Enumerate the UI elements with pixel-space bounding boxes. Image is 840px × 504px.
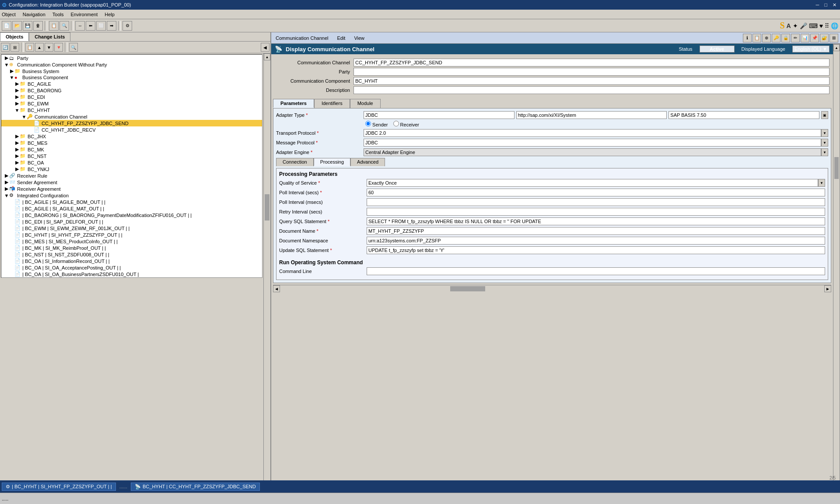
- right-tool-1[interactable]: ℹ: [743, 34, 752, 42]
- tree-ic11[interactable]: 📄 | BC_OA | SI_OA_AcceptancePosting_OUT …: [1, 264, 262, 271]
- expand-bc-mes[interactable]: ▶: [14, 140, 20, 146]
- menu-environment[interactable]: Environment: [70, 12, 98, 17]
- tree-bc-oa[interactable]: ▶ 📁 BC_OA: [1, 159, 262, 166]
- expand-bc-ewm[interactable]: ▶: [14, 101, 20, 106]
- expand-biz-system[interactable]: ▶: [9, 68, 14, 74]
- tab-module[interactable]: Module: [350, 99, 381, 108]
- tab-identifiers[interactable]: Identifiers: [314, 99, 350, 108]
- tree-ic5[interactable]: 📄 | BC_EWM | SI_EWM_ZEWM_RF_001JK_OUT | …: [1, 225, 262, 231]
- tree-ic6[interactable]: 📄 | BC_HYHT | SI_HYHT_FP_ZZSZYFP_OUT | |: [1, 231, 262, 238]
- transport-protocol-input[interactable]: [364, 129, 821, 137]
- right-tool-3[interactable]: ⊕: [762, 34, 771, 42]
- tree-biz-component[interactable]: ▼ ● Business Component: [1, 74, 262, 80]
- expand-party[interactable]: ▶: [4, 55, 9, 61]
- poll-msecs-input[interactable]: [367, 198, 825, 206]
- tab-change-lists[interactable]: Change Lists: [29, 32, 70, 41]
- tree-ic3[interactable]: 📄 | BC_BAORONG | SI_BAORONG_PaymentDateM…: [1, 212, 262, 218]
- transport-protocol-scroll[interactable]: ▼: [821, 129, 828, 137]
- right-tool-6[interactable]: ✏: [791, 34, 800, 42]
- tree-cc-recv[interactable]: 📄 CC_HYHT_JDBC_RECV: [1, 126, 262, 133]
- tree-container[interactable]: ▶ 🗂 Party ▼ ⊕ Communication Component Wi…: [1, 54, 262, 278]
- tree-ic12[interactable]: 📄 | BC_OA | SI_OA_BusinessPartnersZSDFU0…: [1, 271, 262, 277]
- tree-cc-send[interactable]: 📄 CC_HYHT_FP_ZZSZYFP_JDBC_SEND: [1, 120, 262, 126]
- party-input[interactable]: [354, 68, 830, 76]
- poll-secs-input[interactable]: [367, 189, 825, 196]
- right-hscroll-left[interactable]: ◀: [273, 285, 280, 292]
- receiver-radio[interactable]: [393, 121, 399, 126]
- left-tool-7[interactable]: 🔍: [69, 43, 78, 52]
- expand-biz-component[interactable]: ▼: [9, 75, 14, 80]
- tool-5[interactable]: 📋: [49, 21, 59, 31]
- menu-navigation[interactable]: Navigation: [23, 12, 46, 17]
- tree-receiver-rule[interactable]: ▶ 🔗 Receiver Rule: [1, 172, 262, 179]
- adapter-type-browse[interactable]: ▣: [821, 111, 828, 119]
- tree-ic2[interactable]: 📄 | BC_AGILE | SI_AGILE_MAT_OUT | |: [1, 205, 262, 212]
- adapter-type-input1[interactable]: [364, 111, 514, 119]
- right-tool-expand[interactable]: ⊞: [830, 34, 838, 42]
- adapter-engine-input[interactable]: [364, 148, 821, 156]
- minimize-button[interactable]: ─: [814, 2, 821, 8]
- lang-dropdown[interactable]: ▼: [822, 46, 827, 52]
- expand-bc-ynkj[interactable]: ▶: [14, 166, 20, 172]
- expand-bc-jhx[interactable]: ▶: [14, 133, 20, 139]
- left-tool-collapse[interactable]: ◀: [261, 43, 270, 52]
- comm-channel-input[interactable]: [354, 59, 830, 66]
- tree-bc-edi[interactable]: ▶ 📁 BC_EDI: [1, 94, 262, 100]
- tool-save[interactable]: 💾: [23, 21, 32, 31]
- right-vscrollbar[interactable]: ▲ ▼: [833, 44, 840, 501]
- sub-tab-connection[interactable]: Connection: [276, 158, 314, 166]
- tree-sender-agreement[interactable]: ▶ 📨 Sender Agreement: [1, 179, 262, 186]
- right-vscroll-up[interactable]: ▲: [833, 44, 840, 51]
- maximize-button[interactable]: □: [822, 2, 829, 8]
- tool-8[interactable]: ⬅: [86, 21, 95, 31]
- right-tool-8[interactable]: 📌: [810, 34, 819, 42]
- doc-name-input[interactable]: [367, 227, 825, 235]
- expand-bc-mk[interactable]: ▶: [14, 147, 20, 152]
- query-sql-input[interactable]: [367, 217, 825, 225]
- menu-view[interactable]: View: [351, 35, 367, 42]
- tool-9[interactable]: ⬜: [96, 21, 106, 31]
- left-tool-4[interactable]: ▲: [35, 43, 44, 52]
- tab-objects[interactable]: Objects: [0, 32, 29, 41]
- left-tool-2[interactable]: ⊞: [10, 43, 19, 52]
- tool-delete[interactable]: 🗑: [33, 21, 43, 31]
- expand-receiver-agreement[interactable]: ▶: [4, 186, 9, 192]
- tree-bc-agile[interactable]: ▶ 📁 BC_AGILE: [1, 80, 262, 87]
- expand-sender-agreement[interactable]: ▶: [4, 179, 9, 185]
- adapter-engine-scroll[interactable]: ▼: [821, 148, 828, 156]
- expand-bc-edi[interactable]: ▶: [14, 94, 20, 100]
- tree-ic8[interactable]: 📄 | BC_MK | SI_MK_ReimbProof_OUT | |: [1, 245, 262, 251]
- tree-bc-ewm[interactable]: ▶ 📁 BC_EWM: [1, 100, 262, 107]
- tool-new[interactable]: 📄: [2, 21, 11, 31]
- sub-tab-advanced[interactable]: Advanced: [350, 158, 385, 166]
- description-input[interactable]: [354, 86, 830, 94]
- right-hscrollbar[interactable]: ◀ ▶: [273, 285, 831, 292]
- left-tool-1[interactable]: 🔄: [1, 43, 10, 52]
- message-protocol-input[interactable]: [364, 139, 821, 147]
- tree-receiver-agreement[interactable]: ▶ 📬 Receiver Agreement: [1, 186, 262, 192]
- tool-7[interactable]: ↔: [75, 21, 85, 31]
- tool-6[interactable]: 🔍: [60, 21, 69, 31]
- expand-bc-oa[interactable]: ▶: [14, 160, 20, 165]
- right-tool-2[interactable]: 📋: [752, 34, 761, 42]
- tool-open[interactable]: 📂: [12, 21, 22, 31]
- sub-tab-processing[interactable]: Processing: [314, 158, 350, 166]
- tool-11[interactable]: ⚙: [122, 21, 132, 31]
- command-line-input[interactable]: [367, 267, 825, 275]
- tree-comm-comp[interactable]: ▼ ⊕ Communication Component Without Part…: [1, 61, 262, 68]
- expand-bc-nst[interactable]: ▶: [14, 153, 20, 159]
- menu-object[interactable]: Object: [2, 12, 16, 17]
- tree-bc-mes[interactable]: ▶ 📁 BC_MES: [1, 140, 262, 146]
- tree-bc-jhx[interactable]: ▶ 📁 BC_JHX: [1, 133, 262, 140]
- menu-help[interactable]: Help: [105, 12, 115, 17]
- qos-input[interactable]: [367, 179, 818, 187]
- tree-ic7[interactable]: 📄 | BC_MES | SI_MES_ProductCoInfo_OUT | …: [1, 238, 262, 245]
- right-tool-4[interactable]: 🔑: [772, 34, 780, 42]
- tree-biz-system[interactable]: ▶ 📁 Business System: [1, 68, 262, 74]
- qos-scroll[interactable]: ▼: [818, 179, 825, 187]
- tree-ic10[interactable]: 📄 | BC_OA | SI_InformationRecord_OUT | |: [1, 258, 262, 264]
- tree-integrated-config[interactable]: ▼ ⚙ Integrated Configuration: [1, 192, 262, 199]
- left-tool-5[interactable]: ▼: [45, 43, 53, 52]
- bottom-nav-item1[interactable]: ⚙ | BC_HYHT | SI_HYHT_FP_ZZSZYFP_OUT | |: [2, 483, 116, 491]
- right-tool-lock[interactable]: 🔐: [820, 34, 829, 42]
